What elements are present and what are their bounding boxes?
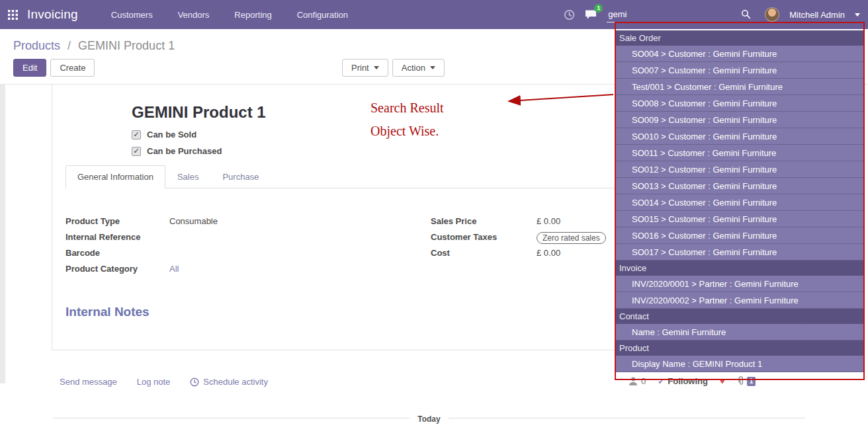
chatter-toolbar: Send message Log note Schedule activity <box>60 377 268 387</box>
annotation-note: Search Result Object Wise. <box>370 97 444 143</box>
search-result-item[interactable]: SO015 > Customer : Gemini Furniture <box>616 211 863 227</box>
checkbox[interactable] <box>132 130 141 139</box>
edit-button[interactable]: Edit <box>13 59 46 77</box>
action-menu-button[interactable]: Action <box>392 59 445 77</box>
global-search <box>607 7 751 22</box>
user-menu[interactable]: Mitchell Admin <box>789 10 845 20</box>
checkbox[interactable] <box>132 147 141 156</box>
messages-count-badge: 1 <box>594 4 603 13</box>
send-message-button[interactable]: Send message <box>60 377 117 387</box>
field-value: Consumable <box>169 216 218 226</box>
field-row: Internal Reference <box>65 232 431 245</box>
search-section-header[interactable]: Contact <box>616 309 863 324</box>
field-label: Cost <box>431 248 537 258</box>
search-result-item[interactable]: SO013 > Customer : Gemini Furniture <box>616 178 863 194</box>
schedule-activity-button[interactable]: Schedule activity <box>190 377 268 387</box>
date-divider-label: Today <box>410 415 448 424</box>
field-label: Customer Taxes <box>431 232 537 242</box>
search-section-header[interactable]: Product <box>616 340 863 356</box>
breadcrumb-current: GEMINI Product 1 <box>78 39 175 52</box>
messages-icon[interactable]: 1 <box>585 9 597 20</box>
activities-clock-icon[interactable] <box>564 9 575 20</box>
search-result-item[interactable]: INV/2020/0001 > Partner : Gemini Furnitu… <box>616 276 863 292</box>
search-result-item[interactable]: SO016 > Customer : Gemini Furniture <box>616 227 863 244</box>
action-menus: Print Action <box>342 59 445 77</box>
checkbox-label: Can be Purchased <box>147 146 222 156</box>
nav-menu-item[interactable]: Vendors <box>178 10 210 20</box>
search-result-item[interactable]: Display Name : GEMINI Product 1 <box>616 356 863 372</box>
chevron-down-icon <box>855 13 860 17</box>
field-label: Sales Price <box>431 216 537 226</box>
field-label: Barcode <box>65 248 169 258</box>
field-row: Product Type Consumable <box>65 216 431 229</box>
field-row: Product Category All <box>65 264 431 276</box>
annotation-line-2: Object Wise. <box>370 120 444 143</box>
tab[interactable]: Sales <box>165 165 211 188</box>
search-section-header[interactable]: Invoice <box>616 260 863 276</box>
search-result-item[interactable]: SO011 > Customer : Gemini Furniture <box>616 145 863 161</box>
field-value: All <box>169 264 179 274</box>
search-input[interactable] <box>607 7 741 22</box>
schedule-activity-label: Schedule activity <box>203 377 268 387</box>
search-results-dropdown: Sale Order SO004 > Customer : Gemini Fur… <box>615 22 865 380</box>
date-divider: Today <box>53 418 805 430</box>
avatar[interactable] <box>765 7 779 22</box>
print-menu-label: Print <box>351 63 369 73</box>
clock-icon <box>190 377 199 387</box>
print-menu-button[interactable]: Print <box>342 59 388 77</box>
search-result-item[interactable]: SO014 > Customer : Gemini Furniture <box>616 194 863 211</box>
field-row: Barcode <box>65 248 431 260</box>
search-result-item[interactable]: Test/001 > Customer : Gemini Furniture <box>616 79 863 95</box>
tab[interactable]: General Information <box>65 165 165 188</box>
search-result-item[interactable]: SO009 > Customer : Gemini Furniture <box>616 112 863 128</box>
annotation-line-1: Search Result <box>370 97 444 120</box>
search-result-item[interactable]: SO007 > Customer : Gemini Furniture <box>616 62 863 79</box>
search-result-item[interactable]: SO017 > Customer : Gemini Furniture <box>616 244 863 260</box>
app-title[interactable]: Invoicing <box>27 7 78 22</box>
annotation-arrow-icon <box>499 90 619 110</box>
search-result-item[interactable]: SO004 > Customer : Gemini Furniture <box>616 46 863 62</box>
nav-menu-item[interactable]: Configuration <box>297 10 348 20</box>
log-note-button[interactable]: Log note <box>137 377 171 387</box>
left-field-group: Product Type Consumable Internal Referen… <box>65 216 431 280</box>
search-section-header[interactable]: Sale Order <box>616 30 863 46</box>
field-value: £ 0.00 <box>537 248 560 258</box>
action-menu-label: Action <box>402 63 425 73</box>
search-icon[interactable] <box>741 9 751 19</box>
field-label: Product Type <box>65 216 169 226</box>
left-gutter <box>0 85 5 383</box>
search-result-item[interactable]: SO012 > Customer : Gemini Furniture <box>616 161 863 178</box>
search-result-item[interactable]: Name : Gemini Furniture <box>616 324 863 340</box>
invoicing-page: Invoicing CustomersVendorsReportingConfi… <box>0 0 868 435</box>
field-value: Zero rated sales <box>537 232 606 244</box>
nav-menu-item[interactable]: Reporting <box>234 10 271 20</box>
field-value: £ 0.00 <box>537 216 560 226</box>
apps-grid-icon[interactable] <box>8 10 18 20</box>
checkbox-label: Can be Sold <box>147 130 196 139</box>
search-result-item[interactable]: SO008 > Customer : Gemini Furniture <box>616 95 863 112</box>
search-result-item[interactable]: SO010 > Customer : Gemini Furniture <box>616 128 863 145</box>
tab[interactable]: Purchase <box>210 165 271 188</box>
nav-menu-item[interactable]: Customers <box>111 10 153 20</box>
chevron-down-icon <box>430 66 435 69</box>
field-label: Product Category <box>65 264 169 274</box>
create-button[interactable]: Create <box>50 59 95 77</box>
nav-menus: CustomersVendorsReportingConfiguration <box>111 10 348 20</box>
search-result-item[interactable]: INV/2020/0002 > Partner : Gemini Furnitu… <box>616 292 863 309</box>
field-label: Internal Reference <box>65 232 169 242</box>
chevron-down-icon <box>374 66 379 69</box>
breadcrumb-products-link[interactable]: Products <box>13 39 60 52</box>
navbar-right: 1 Mitchell Admin <box>564 7 860 22</box>
breadcrumb-separator: / <box>67 39 71 52</box>
